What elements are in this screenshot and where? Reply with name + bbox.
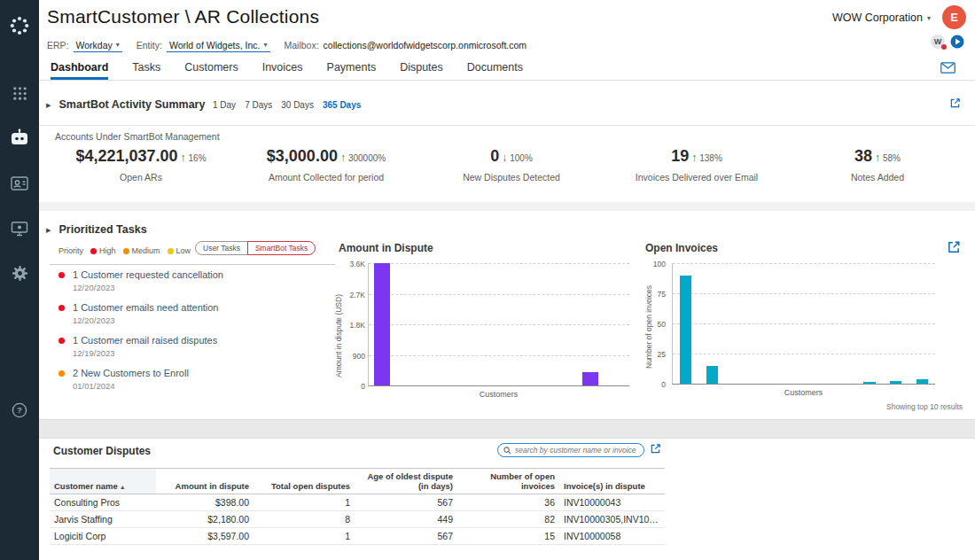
gridline [673,293,935,294]
kpi-percent: 16% [189,153,207,163]
range-7-days[interactable]: 7 Days [245,100,272,110]
entity-select[interactable]: World of Widgets, Inc. ▾ [167,39,270,52]
tab-invoices[interactable]: Invoices [262,55,303,80]
trend-down-icon: ↓ [502,152,507,164]
legend-items: HighMediumLow [90,246,191,255]
column-header-number-of-open-invoices[interactable]: Number of open invoices [457,469,559,494]
chevron-down-icon: ▾ [927,14,931,22]
column-label: Total open disputes [271,481,350,491]
erp-select[interactable]: Workday ▾ [74,39,122,52]
column-header-age-of-oldest-dispute-in-days[interactable]: Age of oldest dispute (in days) [355,469,457,494]
user-avatar[interactable]: E [942,5,966,29]
legend-title: Priority [58,246,83,255]
tab-dashboard[interactable]: Dashboard [51,55,108,80]
collapse-caret-icon[interactable]: ▸ [46,224,51,236]
robot-icon [9,128,30,147]
tab-bar: DashboardTasksCustomersInvoicesPaymentsD… [39,55,975,81]
tab-customers[interactable]: Customers [184,55,238,80]
tab-documents[interactable]: Documents [467,55,523,80]
org-name: WOW Corporation [832,12,923,24]
play-icon[interactable] [950,35,964,49]
column-header-invoice-s-in-dispute[interactable]: Invoice(s) in dispute [559,469,665,494]
column-label: Amount in dispute [176,481,249,491]
task-date: 01/01/2024 [73,381,189,391]
table-cell: Consulting Pros [50,494,156,511]
export-icon[interactable] [949,97,961,109]
y-axis-tick: 0 [661,380,666,389]
legend-label: Medium [132,246,160,255]
app-sidebar: ? [0,0,39,560]
column-header-customer-name[interactable]: Customer name ▲ [50,469,156,494]
kpi-value: $4,221,037.00 [75,147,177,166]
range-1-day[interactable]: 1 Day [213,100,236,110]
x-axis-label: Customers [368,390,629,399]
table-cell: Logiciti Corp [50,528,156,545]
section-title: Customer Disputes [53,445,151,457]
gridline [673,263,935,264]
search-input[interactable] [515,446,638,455]
chart-bar[interactable] [680,276,691,384]
y-axis-tick: 3.6K [350,260,366,268]
workday-badge[interactable]: W [931,35,945,49]
apps-menu-icon[interactable] [0,78,39,108]
table-cell: $3,597.00 [156,528,254,545]
task-body: 1 Customer emails need attention12/20/20… [73,302,218,325]
table-cell: 1 [254,494,355,511]
column-header-total-open-disputes[interactable]: Total open disputes [254,469,355,494]
workday-badge-letter: W [934,37,942,46]
legend-high: High [90,246,116,255]
settings-icon[interactable] [0,258,39,288]
task-item[interactable]: 1 Customer email raised disputes12/19/20… [50,335,339,358]
task-title[interactable]: 1 Customer emails need attention [73,302,218,313]
task-title[interactable]: 1 Customer email raised disputes [73,335,217,346]
table-row[interactable]: Logiciti Corp$3,597.00156715INV10000058 [50,528,665,545]
task-title[interactable]: 2 New Customers to Enroll [73,368,189,378]
column-header-amount-in-dispute[interactable]: Amount in dispute [156,469,254,494]
smartbot-icon[interactable] [0,122,39,152]
chart-bar[interactable] [916,379,928,384]
task-item[interactable]: 1 Customer emails need attention12/20/20… [50,302,339,325]
chart-export-icon[interactable] [947,240,961,258]
export-icon[interactable] [650,443,661,455]
task-item[interactable]: 1 Customer requested cancellation12/20/2… [50,269,339,292]
help-icon[interactable]: ? [0,395,39,425]
org-selector[interactable]: WOW Corporation ▾ [832,12,931,24]
table-cell: 8 [254,511,355,528]
kpi-label: Open ARs [52,172,230,183]
contacts-icon[interactable] [0,168,39,198]
monitor-icon[interactable] [0,214,39,244]
main-area: SmartCustomer \ AR Collections WOW Corpo… [39,0,975,560]
chart-bar[interactable] [374,263,390,385]
table-cell: INV10000305,INV10000311,... [559,511,665,528]
chart-bar[interactable] [863,382,875,384]
task-item[interactable]: 2 New Customers to Enroll01/01/2024 [50,368,339,391]
chart-bar[interactable] [582,372,598,385]
task-title[interactable]: 1 Customer requested cancellation [73,269,223,280]
kpi-percent: 58% [883,153,901,163]
legend-label: Low [176,246,191,255]
tab-tasks[interactable]: Tasks [132,55,160,80]
envelope-icon[interactable] [940,61,956,77]
chart-bar[interactable] [706,366,718,384]
tab-payments[interactable]: Payments [327,55,377,80]
task-list: 1 Customer requested cancellation12/20/2… [50,269,339,401]
table-row[interactable]: Consulting Pros$398.00156736INV10000043 [50,494,665,511]
user-tasks-button[interactable]: User Tasks [195,241,248,255]
chart-bar[interactable] [890,381,901,384]
kpi-label: Amount Collected for period [238,172,415,183]
trend-up-icon: ↑ [875,152,880,164]
table-row[interactable]: Jarvis Staffing$2,180.00844982INV1000030… [50,511,665,528]
priority-dot-icon [58,338,65,344]
y-axis-tick: 25 [658,350,666,359]
company-logo[interactable] [0,11,39,41]
range-365-days[interactable]: 365 Days [323,100,361,110]
collapse-caret-icon[interactable]: ▸ [46,99,51,111]
svg-text:?: ? [17,405,22,415]
range-30-days[interactable]: 30 Days [281,100,314,110]
x-axis-label: Customers [672,388,935,397]
table-cell: $398.00 [156,494,254,511]
smartbot-tasks-button[interactable]: SmartBot Tasks [247,241,316,255]
dot-flower-logo-icon [8,14,31,37]
priority-dot-icon [168,248,174,254]
tab-disputes[interactable]: Disputes [400,55,443,80]
